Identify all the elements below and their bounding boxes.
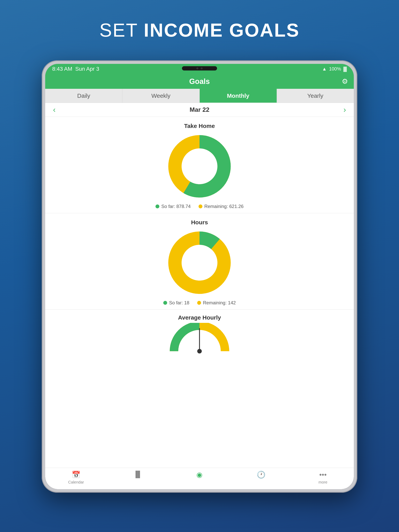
status-icons: ▲ 100% ▓	[322, 66, 347, 72]
legend-yellow-hours: Remaining: 142	[197, 300, 236, 305]
hours-legend: So far: 18 Remaining: 142	[163, 300, 236, 305]
hours-section: Hours	[45, 213, 354, 310]
wifi-icon: ▲	[322, 66, 327, 72]
tab-more-label: more	[319, 480, 328, 484]
legend-green-hours: So far: 18	[163, 300, 189, 305]
tab-daily[interactable]: Daily	[45, 89, 122, 103]
take-home-title: Take Home	[184, 123, 215, 129]
page-title: SET INCOME GOALS	[99, 19, 300, 41]
take-home-section: Take Home	[45, 117, 354, 213]
status-time: 8:43 AM Sun Apr 3	[52, 66, 99, 72]
tab-yearly[interactable]: Yearly	[277, 89, 354, 103]
legend-green-label: So far: 878.74	[161, 204, 191, 209]
date-nav: ‹ Mar 22 ›	[45, 103, 354, 117]
title-bold: INCOME GOALS	[144, 20, 300, 40]
content-area: Take Home	[45, 117, 354, 468]
svg-point-2	[182, 148, 217, 184]
tablet-frame: 8:43 AM Sun Apr 3 ▲ 100% ▓ Goals ⚙ Daily	[42, 60, 357, 493]
prev-date-button[interactable]: ‹	[53, 105, 56, 114]
battery-text: 100%	[329, 66, 341, 72]
average-hourly-section: Average Hourly	[45, 310, 354, 358]
calendar-icon: 📅	[72, 471, 80, 479]
hours-title: Hours	[191, 219, 208, 226]
green-dot-hours	[163, 301, 167, 305]
average-hourly-title: Average Hourly	[178, 314, 221, 321]
tab-more[interactable]: ••• more	[292, 471, 354, 484]
svg-point-7	[197, 349, 202, 354]
legend-yellow-label: Remaining: 621.26	[204, 204, 244, 209]
settings-gear-button[interactable]: ⚙	[342, 77, 348, 85]
legend-yellow-take-home: Remaining: 621.26	[199, 204, 244, 209]
legend-yellow-hours-label: Remaining: 142	[203, 300, 236, 305]
tab-calendar[interactable]: 📅 Calendar	[45, 471, 107, 484]
tab-weekly[interactable]: Weekly	[122, 89, 200, 103]
hours-chart	[164, 228, 235, 298]
nav-title: Goals	[189, 77, 210, 86]
title-prefix: SET	[99, 20, 144, 40]
more-icon: •••	[319, 471, 327, 479]
average-hourly-chart	[164, 323, 235, 354]
segment-control: Daily Weekly Monthly Yearly	[45, 89, 354, 103]
take-home-chart	[164, 131, 235, 201]
legend-green-hours-label: So far: 18	[169, 300, 189, 305]
tab-bar: 📅 Calendar ▐▌ ◉ 🕐 ••• more	[45, 468, 354, 489]
svg-point-5	[182, 245, 217, 281]
green-dot	[155, 204, 159, 208]
battery-icon: ▓	[343, 66, 347, 72]
yellow-dot-hours	[197, 301, 201, 305]
legend-green-take-home: So far: 878.74	[155, 204, 191, 209]
take-home-legend: So far: 878.74 Remaining: 621.26	[155, 204, 244, 209]
clock-icon: 🕐	[257, 471, 265, 479]
tablet-camera	[182, 66, 217, 70]
date-label: Mar 22	[190, 106, 209, 113]
next-date-button[interactable]: ›	[343, 105, 346, 114]
tab-monthly[interactable]: Monthly	[200, 89, 277, 103]
tab-goals-active[interactable]: ◉	[169, 471, 231, 479]
tab-calendar-label: Calendar	[68, 480, 84, 484]
nav-bar: Goals ⚙	[45, 74, 354, 89]
goals-icon: ◉	[196, 471, 202, 479]
tab-chart[interactable]: ▐▌	[107, 471, 169, 478]
tab-time[interactable]: 🕐	[230, 471, 292, 479]
yellow-dot	[199, 204, 202, 208]
chart-bar-icon: ▐▌	[134, 471, 142, 478]
